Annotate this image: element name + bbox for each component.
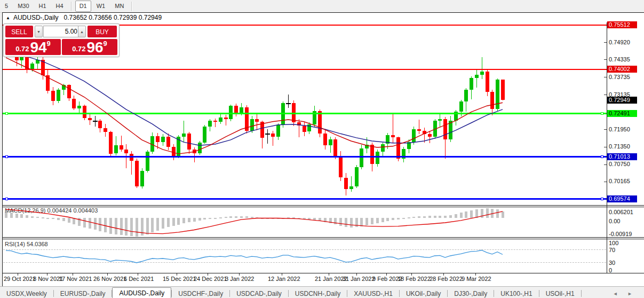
candle-body [36, 60, 39, 64]
price-axis-label: 0.73735 [609, 74, 630, 80]
collapse-panel-icon[interactable]: ▲ [6, 15, 10, 20]
price-axis-label: 0.74335 [609, 56, 630, 62]
candle-body [381, 144, 385, 152]
macd-histogram-bar [444, 216, 447, 218]
macd-histogram-bar [470, 210, 473, 218]
horizontal-level-line[interactable] [3, 113, 607, 114]
candle-body [417, 129, 421, 131]
pane-separator[interactable] [2, 207, 644, 207]
macd-histogram-bar [120, 218, 123, 235]
chart-tab-eurusd-daily[interactable]: EURUSD-,Daily [54, 289, 112, 298]
chart-tab-usdx-weekly[interactable]: USDX,Weekly [0, 289, 53, 298]
line-handle[interactable] [601, 112, 603, 115]
candle-body [104, 128, 107, 132]
candle-body [386, 135, 389, 144]
line-handle[interactable] [601, 155, 603, 158]
macd-histogram-bar [203, 218, 206, 219]
macd-histogram-bar [83, 218, 86, 228]
timeframe-button-mn[interactable]: MN [110, 1, 128, 12]
macd-histogram-bar [334, 218, 337, 224]
candle-wick [419, 120, 419, 134]
sell-price-display[interactable]: 0.72 94 9 [5, 39, 61, 55]
timeframe-button-h4[interactable]: H4 [52, 1, 68, 12]
line-handle[interactable] [5, 198, 8, 200]
macd-histogram-bar [42, 217, 44, 218]
macd-histogram-bar [345, 218, 347, 227]
candle-body [203, 127, 206, 143]
timeframe-button-5[interactable]: 5 [1, 1, 12, 12]
macd-histogram-bar [141, 218, 144, 236]
pane-separator[interactable] [2, 205, 644, 206]
buy-price-big-digits: 96 [86, 41, 103, 54]
pane-separator[interactable] [2, 239, 644, 239]
macd-histogram-bar [418, 216, 420, 218]
date-axis-tick [475, 273, 476, 276]
buy-price-pipette: 9 [104, 40, 107, 48]
price-axis-tick [604, 42, 607, 43]
macd-axis-label: -0.00919 [609, 231, 632, 237]
price-level-badge: 0.74002 [607, 66, 637, 73]
volume-input[interactable] [43, 26, 81, 37]
line-handle[interactable] [5, 155, 8, 158]
horizontal-level-line[interactable] [3, 198, 607, 200]
tab-scroll-arrows[interactable]: ◄ ► [613, 291, 637, 296]
macd-histogram-bar [496, 209, 499, 218]
candle-body [459, 101, 463, 112]
candle-body [156, 136, 160, 142]
volume-increase-button[interactable]: ▲ [78, 26, 86, 37]
candle-body [57, 90, 60, 101]
candle-body [260, 122, 264, 138]
candle-body [333, 139, 337, 156]
macd-histogram-bar [130, 218, 133, 236]
candle-body [62, 85, 66, 90]
rsi-axis-label: 30 [609, 260, 615, 266]
horizontal-level-line[interactable] [3, 69, 607, 70]
candle-body [83, 106, 86, 118]
macd-histogram-bar [99, 218, 101, 231]
horizontal-level-line[interactable] [3, 156, 607, 158]
candle-wick [430, 131, 430, 143]
macd-histogram-bar [209, 218, 211, 219]
timeframe-button-w1[interactable]: W1 [92, 1, 110, 12]
candle-body [213, 121, 217, 122]
candle-body [193, 150, 196, 153]
date-axis-tick [386, 273, 387, 276]
chart-title-bar: ▲ AUDUSD-,Daily 0.73652 0.73656 0.72939 … [3, 13, 644, 22]
timeframe-button-h1[interactable]: H1 [35, 1, 51, 12]
timeframe-button-d1[interactable]: D1 [75, 1, 91, 12]
chart-tab-usdchf-daily[interactable]: USDCHF-,Daily [172, 289, 229, 298]
line-handle[interactable] [601, 198, 603, 200]
date-axis-tick [239, 273, 240, 276]
buy-price-display[interactable]: 0.72 96 9 [62, 39, 117, 55]
chart-tab-dj30-daily[interactable]: DJ30-,Daily [448, 289, 494, 298]
chart-tab-usoil-h1[interactable]: USOil-,H1 [539, 289, 581, 298]
macd-histogram-bar [219, 217, 222, 218]
rsi-axis-label: 100 [609, 240, 618, 246]
chart-tab-ukoil-daily[interactable]: UKOil-,Daily [400, 289, 447, 298]
candle-body [150, 136, 154, 152]
tab-separator [581, 290, 582, 297]
date-axis-label: 3 Jan 2022 [225, 276, 254, 282]
macd-axis-label: 0.006201 [609, 209, 633, 215]
macd-histogram-bar [266, 218, 269, 219]
chart-tab-xauusd-h1[interactable]: XAUUSD-,H1 [347, 289, 399, 298]
chart-ohlc-values: 0.73652 0.73656 0.72939 0.72949 [64, 14, 162, 21]
timeframe-button-m30[interactable]: M30 [13, 1, 33, 12]
macd-histogram-bar [339, 218, 342, 226]
chart-tab-usdcad-daily[interactable]: USDCAD-,Daily [230, 289, 288, 298]
sell-price-prefix: 0.72 [15, 45, 29, 53]
pane-separator[interactable] [2, 237, 644, 238]
sell-button[interactable]: SELL [5, 26, 33, 37]
chart-tab-uk100-h1[interactable]: UK100-,H1 [494, 289, 538, 298]
chart-tab-usdcnh-daily[interactable]: USDCNH-,Daily [289, 289, 347, 298]
macd-histogram-bar [229, 216, 232, 218]
candle-body [370, 145, 374, 164]
line-handle[interactable] [5, 112, 8, 115]
chart-tab-audusd-daily[interactable]: AUDUSD-,Daily [112, 287, 171, 298]
candle-body [271, 134, 275, 137]
chart-tab-bar: USDX,WeeklyEURUSD-,DailyAUDUSD-,DailyUSD… [0, 286, 644, 298]
macd-histogram-bar [52, 218, 54, 219]
buy-button[interactable]: BUY [88, 26, 117, 37]
volume-decrease-button[interactable]: ▼ [35, 26, 43, 37]
date-axis-tick [47, 273, 47, 276]
